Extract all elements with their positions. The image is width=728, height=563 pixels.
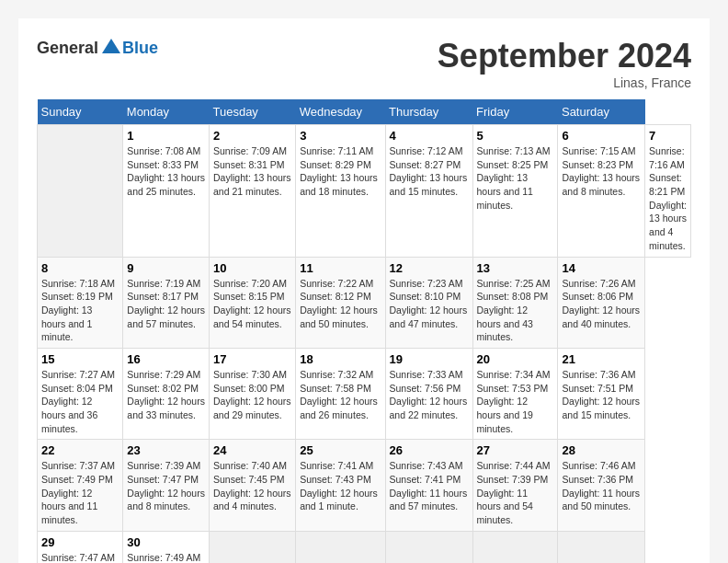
calendar-cell: 6Sunrise: 7:15 AMSunset: 8:23 PMDaylight… bbox=[558, 125, 645, 258]
day-number: 14 bbox=[562, 261, 641, 275]
day-number: 29 bbox=[41, 535, 119, 549]
logo-icon bbox=[100, 37, 122, 59]
day-info: Sunrise: 7:34 AMSunset: 7:53 PMDaylight:… bbox=[477, 368, 554, 435]
day-info: Sunrise: 7:11 AMSunset: 8:29 PMDaylight:… bbox=[300, 144, 381, 199]
day-number: 6 bbox=[562, 129, 641, 143]
day-info: Sunrise: 7:26 AMSunset: 8:06 PMDaylight:… bbox=[562, 277, 641, 331]
calendar-cell: 26Sunrise: 7:43 AMSunset: 7:41 PMDayligh… bbox=[385, 440, 472, 531]
calendar-cell: 3Sunrise: 7:11 AMSunset: 8:29 PMDaylight… bbox=[296, 125, 385, 258]
day-info: Sunrise: 7:44 AMSunset: 7:39 PMDaylight:… bbox=[477, 459, 554, 526]
day-number: 19 bbox=[390, 352, 469, 366]
calendar-cell: 16Sunrise: 7:29 AMSunset: 8:02 PMDayligh… bbox=[123, 348, 210, 439]
day-info: Sunrise: 7:19 AMSunset: 8:17 PMDaylight:… bbox=[127, 277, 205, 331]
day-info: Sunrise: 7:30 AMSunset: 8:00 PMDaylight:… bbox=[213, 368, 291, 422]
day-info: Sunrise: 7:37 AMSunset: 7:49 PMDaylight:… bbox=[41, 459, 119, 526]
day-number: 2 bbox=[213, 129, 291, 143]
calendar-table: SundayMondayTuesdayWednesdayThursdayFrid… bbox=[37, 99, 691, 563]
day-info: Sunrise: 7:22 AMSunset: 8:12 PMDaylight:… bbox=[300, 277, 381, 331]
day-info: Sunrise: 7:20 AMSunset: 8:15 PMDaylight:… bbox=[213, 277, 291, 331]
day-number: 17 bbox=[213, 352, 291, 366]
week-row-1: 1Sunrise: 7:08 AMSunset: 8:33 PMDaylight… bbox=[38, 125, 691, 258]
calendar-page: General Blue September 2024 Linas, Franc… bbox=[18, 18, 710, 563]
day-number: 4 bbox=[390, 129, 469, 143]
calendar-cell: 9Sunrise: 7:19 AMSunset: 8:17 PMDaylight… bbox=[123, 257, 210, 348]
day-number: 26 bbox=[390, 443, 469, 457]
logo-blue: Blue bbox=[122, 39, 158, 58]
location: Linas, France bbox=[438, 75, 691, 90]
calendar-cell bbox=[38, 125, 123, 258]
day-info: Sunrise: 7:39 AMSunset: 7:47 PMDaylight:… bbox=[127, 459, 205, 513]
calendar-cell: 8Sunrise: 7:18 AMSunset: 8:19 PMDaylight… bbox=[38, 257, 123, 348]
month-title: September 2024 bbox=[438, 37, 691, 75]
calendar-cell: 13Sunrise: 7:25 AMSunset: 8:08 PMDayligh… bbox=[472, 257, 558, 348]
day-number: 8 bbox=[41, 261, 119, 275]
week-row-3: 15Sunrise: 7:27 AMSunset: 8:04 PMDayligh… bbox=[38, 348, 691, 439]
day-info: Sunrise: 7:13 AMSunset: 8:25 PMDaylight:… bbox=[477, 144, 554, 212]
header: General Blue September 2024 Linas, Franc… bbox=[37, 37, 691, 90]
calendar-cell: 25Sunrise: 7:41 AMSunset: 7:43 PMDayligh… bbox=[296, 440, 385, 531]
calendar-cell: 14Sunrise: 7:26 AMSunset: 8:06 PMDayligh… bbox=[558, 257, 645, 348]
day-info: Sunrise: 7:29 AMSunset: 8:02 PMDaylight:… bbox=[127, 368, 205, 422]
title-block: September 2024 Linas, France bbox=[438, 37, 691, 90]
day-number: 5 bbox=[477, 129, 554, 143]
calendar-cell: 11Sunrise: 7:22 AMSunset: 8:12 PMDayligh… bbox=[296, 257, 385, 348]
day-info: Sunrise: 7:47 AMSunset: 7:34 PMDaylight:… bbox=[41, 551, 119, 563]
day-info: Sunrise: 7:12 AMSunset: 8:27 PMDaylight:… bbox=[390, 144, 469, 199]
day-number: 25 bbox=[300, 443, 381, 457]
header-cell-tuesday: Tuesday bbox=[209, 99, 295, 125]
header-row: SundayMondayTuesdayWednesdayThursdayFrid… bbox=[38, 99, 691, 125]
calendar-cell: 21Sunrise: 7:36 AMSunset: 7:51 PMDayligh… bbox=[558, 348, 645, 439]
calendar-cell: 20Sunrise: 7:34 AMSunset: 7:53 PMDayligh… bbox=[472, 348, 558, 439]
day-number: 20 bbox=[477, 352, 554, 366]
calendar-cell bbox=[385, 531, 472, 563]
calendar-cell: 23Sunrise: 7:39 AMSunset: 7:47 PMDayligh… bbox=[123, 440, 210, 531]
day-number: 9 bbox=[127, 261, 205, 275]
calendar-cell: 28Sunrise: 7:46 AMSunset: 7:36 PMDayligh… bbox=[558, 440, 645, 531]
header-cell-friday: Friday bbox=[472, 99, 558, 125]
day-info: Sunrise: 7:32 AMSunset: 7:58 PMDaylight:… bbox=[300, 368, 381, 422]
header-cell-monday: Monday bbox=[123, 99, 210, 125]
day-number: 11 bbox=[300, 261, 381, 275]
calendar-cell: 2Sunrise: 7:09 AMSunset: 8:31 PMDaylight… bbox=[209, 125, 295, 258]
day-info: Sunrise: 7:16 AMSunset: 8:21 PMDaylight:… bbox=[649, 144, 687, 253]
calendar-cell bbox=[472, 531, 558, 563]
day-number: 18 bbox=[300, 352, 381, 366]
day-info: Sunrise: 7:49 AMSunset: 7:32 PMDaylight:… bbox=[127, 551, 205, 563]
day-number: 12 bbox=[390, 261, 469, 275]
day-number: 10 bbox=[213, 261, 291, 275]
day-info: Sunrise: 7:09 AMSunset: 8:31 PMDaylight:… bbox=[213, 144, 291, 199]
day-number: 13 bbox=[477, 261, 554, 275]
calendar-cell: 29Sunrise: 7:47 AMSunset: 7:34 PMDayligh… bbox=[38, 531, 123, 563]
calendar-cell: 18Sunrise: 7:32 AMSunset: 7:58 PMDayligh… bbox=[296, 348, 385, 439]
day-number: 30 bbox=[127, 535, 205, 549]
day-number: 3 bbox=[300, 129, 381, 143]
calendar-cell: 1Sunrise: 7:08 AMSunset: 8:33 PMDaylight… bbox=[123, 125, 210, 258]
day-info: Sunrise: 7:18 AMSunset: 8:19 PMDaylight:… bbox=[41, 277, 119, 344]
header-cell-wednesday: Wednesday bbox=[296, 99, 385, 125]
calendar-cell: 19Sunrise: 7:33 AMSunset: 7:56 PMDayligh… bbox=[385, 348, 472, 439]
week-row-4: 22Sunrise: 7:37 AMSunset: 7:49 PMDayligh… bbox=[38, 440, 691, 531]
day-number: 16 bbox=[127, 352, 205, 366]
day-info: Sunrise: 7:33 AMSunset: 7:56 PMDaylight:… bbox=[390, 368, 469, 422]
calendar-cell: 27Sunrise: 7:44 AMSunset: 7:39 PMDayligh… bbox=[472, 440, 558, 531]
header-cell-sunday: Sunday bbox=[38, 99, 123, 125]
week-row-2: 8Sunrise: 7:18 AMSunset: 8:19 PMDaylight… bbox=[38, 257, 691, 348]
calendar-cell: 24Sunrise: 7:40 AMSunset: 7:45 PMDayligh… bbox=[209, 440, 295, 531]
day-number: 27 bbox=[477, 443, 554, 457]
header-cell-thursday: Thursday bbox=[385, 99, 472, 125]
day-info: Sunrise: 7:25 AMSunset: 8:08 PMDaylight:… bbox=[477, 277, 554, 344]
calendar-cell bbox=[296, 531, 385, 563]
header-cell-saturday: Saturday bbox=[558, 99, 645, 125]
day-info: Sunrise: 7:23 AMSunset: 8:10 PMDaylight:… bbox=[390, 277, 469, 331]
week-row-5: 29Sunrise: 7:47 AMSunset: 7:34 PMDayligh… bbox=[38, 531, 691, 563]
calendar-cell bbox=[558, 531, 645, 563]
day-number: 24 bbox=[213, 443, 291, 457]
calendar-cell: 30Sunrise: 7:49 AMSunset: 7:32 PMDayligh… bbox=[123, 531, 210, 563]
day-number: 21 bbox=[562, 352, 641, 366]
calendar-cell: 15Sunrise: 7:27 AMSunset: 8:04 PMDayligh… bbox=[38, 348, 123, 439]
day-info: Sunrise: 7:43 AMSunset: 7:41 PMDaylight:… bbox=[390, 459, 469, 513]
day-info: Sunrise: 7:15 AMSunset: 8:23 PMDaylight:… bbox=[562, 144, 641, 199]
calendar-cell: 10Sunrise: 7:20 AMSunset: 8:15 PMDayligh… bbox=[209, 257, 295, 348]
calendar-cell: 7Sunrise: 7:16 AMSunset: 8:21 PMDaylight… bbox=[645, 125, 691, 258]
day-info: Sunrise: 7:40 AMSunset: 7:45 PMDaylight:… bbox=[213, 459, 291, 513]
